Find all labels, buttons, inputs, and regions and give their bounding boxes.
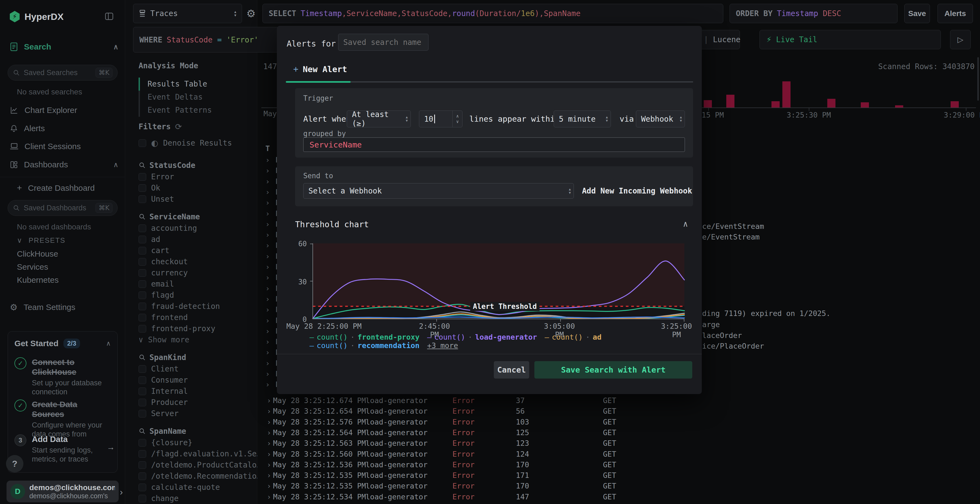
channel-select[interactable]: Webhook ▴▾ xyxy=(636,110,685,127)
filter-checkbox-item[interactable]: cart xyxy=(138,245,250,256)
legend-item[interactable]: —count()·ad xyxy=(545,333,601,341)
condition-select[interactable]: At least (≥) ▴▾ xyxy=(347,110,411,127)
row-expand-icon[interactable]: › xyxy=(267,459,271,470)
legend-item[interactable]: —count()·load-generator xyxy=(427,333,537,341)
webhook-select[interactable]: Select a Webhook ▴▾ xyxy=(303,183,574,199)
sidebar-item-chart-explorer[interactable]: Chart Explorer xyxy=(10,106,77,115)
presets-toggle[interactable]: ∨ PRESETS xyxy=(17,236,65,245)
chevron-up-icon[interactable]: ∧ xyxy=(106,340,111,347)
table-row[interactable]: ›May 28 3:25:12.536 PMload-generatorErro… xyxy=(257,459,980,470)
table-row[interactable]: ›May 28 3:25:12.576 PMload-generatorErro… xyxy=(257,417,980,427)
row-expand-icon[interactable]: › xyxy=(267,491,271,502)
get-started-step-2[interactable]: ✓ Create Data SourcesConfigure where you… xyxy=(14,399,111,439)
cell-timestamp: May 28 3:25:12.560 PM xyxy=(273,449,366,459)
filter-checkbox-item[interactable]: ad xyxy=(138,234,250,245)
sidebar-item-client-sessions[interactable]: Client Sessions xyxy=(10,142,81,151)
filter-checkbox-item[interactable]: Server xyxy=(138,408,250,419)
filter-checkbox-item[interactable]: /oteldemo.Recommendatio… xyxy=(138,471,250,482)
filter-checkbox-item[interactable]: {closure} xyxy=(138,437,250,448)
saved-dashboards-input[interactable]: Saved Dashboards ⌘K xyxy=(8,200,118,216)
filter-checkbox-item[interactable]: frontend xyxy=(138,312,250,323)
analysis-tab-event-patterns[interactable]: Event Patterns xyxy=(138,104,247,117)
filter-checkbox-item[interactable]: calculate-quote xyxy=(138,482,250,493)
legend-item[interactable]: —count()·recommendation xyxy=(310,341,420,350)
table-row[interactable]: ›May 28 3:25:12.674 PMload-generatorErro… xyxy=(257,395,980,406)
collapse-chart-icon[interactable]: ∧ xyxy=(683,219,688,229)
denoise-results-checkbox[interactable]: ◐ Denoise Results xyxy=(138,137,232,149)
row-expand-icon[interactable]: › xyxy=(267,406,271,417)
row-expand-icon: › xyxy=(266,156,270,164)
add-webhook-link[interactable]: Add New Incoming Webhook xyxy=(582,183,692,199)
condition-value: At least (≥) xyxy=(352,110,398,128)
row-expand-icon[interactable]: › xyxy=(267,438,271,448)
row-expand-icon[interactable]: › xyxy=(267,449,271,459)
grouped-by-input[interactable]: ServiceName xyxy=(303,137,685,152)
filter-checkbox-item[interactable]: currency xyxy=(138,267,250,278)
source-select[interactable]: Traces ▴▾ xyxy=(133,4,242,23)
checkbox xyxy=(138,399,146,406)
preset-clickhouse[interactable]: ClickHouse xyxy=(17,249,58,259)
legend-more-link[interactable]: +3 more xyxy=(427,341,458,350)
filter-item-label: cart xyxy=(151,246,169,255)
table-row[interactable]: ›May 28 3:25:12.535 PMload-generatorErro… xyxy=(257,480,980,491)
cancel-button[interactable]: Cancel xyxy=(494,361,529,378)
row-expand-icon[interactable]: › xyxy=(267,395,271,406)
filter-checkbox-item[interactable]: change xyxy=(138,493,250,504)
filter-checkbox-item[interactable]: accounting xyxy=(138,223,250,234)
create-dashboard-button[interactable]: + Create Dashboard xyxy=(17,183,95,193)
saved-search-name-input[interactable] xyxy=(338,34,428,51)
filter-item-label: fraud-detection xyxy=(151,302,220,311)
sidebar-item-alerts[interactable]: Alerts xyxy=(10,124,45,133)
filter-checkbox-item[interactable]: email xyxy=(138,278,250,289)
number-stepper[interactable]: ∧∨ xyxy=(452,111,462,127)
sidebar-item-dashboards[interactable]: Dashboards ∧ xyxy=(10,160,68,169)
filter-checkbox-item[interactable]: Unset xyxy=(138,194,250,205)
filter-checkbox-item[interactable]: /flagd.evaluation.v1.Se… xyxy=(138,448,250,459)
filter-checkbox-item[interactable]: /oteldemo.ProductCatalo… xyxy=(138,459,250,471)
get-started-step-1[interactable]: ✓ Connect to ClickHouseSet up your datab… xyxy=(14,357,111,396)
row-expand-icon[interactable]: › xyxy=(267,427,271,438)
row-expand-icon[interactable]: › xyxy=(267,480,271,491)
table-row[interactable]: ›May 28 3:25:12.534 PMload-generatorErro… xyxy=(257,491,980,502)
gear-icon[interactable]: ⚙ xyxy=(247,8,256,20)
filter-checkbox-item[interactable]: Ok xyxy=(138,182,250,194)
logo[interactable]: ⚡ HyperDX xyxy=(10,11,64,22)
row-expand-icon[interactable]: › xyxy=(267,470,271,480)
time-window-select[interactable]: 5 minute ▴▾ xyxy=(554,110,611,127)
filter-checkbox-item[interactable]: flagd xyxy=(138,289,250,301)
refresh-icon[interactable]: ⟳ xyxy=(175,122,182,132)
table-row[interactable]: ›May 28 3:25:12.535 PMload-generatorErro… xyxy=(257,470,980,480)
filter-checkbox-item[interactable]: Client xyxy=(138,363,250,374)
preset-kubernetes[interactable]: Kubernetes xyxy=(17,275,59,285)
table-row[interactable]: ›May 28 3:25:12.560 PMload-generatorErro… xyxy=(257,449,980,459)
save-search-with-alert-button[interactable]: Save Search with Alert xyxy=(535,361,692,378)
legend-item[interactable]: —count()·frontend-proxy xyxy=(310,333,420,341)
sidebar-collapse-icon[interactable] xyxy=(104,11,115,21)
filter-checkbox-item[interactable]: fraud-detection xyxy=(138,301,250,312)
get-started-step-3[interactable]: 3 Add DataStart sending logs, metrics, o… xyxy=(14,434,115,464)
filter-checkbox-item[interactable]: checkout xyxy=(138,256,250,267)
filter-checkbox-item[interactable]: frontend-proxy xyxy=(138,323,250,334)
filter-checkbox-item[interactable]: Error xyxy=(138,171,250,182)
show-more-button[interactable]: ∨Show more xyxy=(138,334,250,345)
chevron-right-icon[interactable]: › xyxy=(120,487,123,497)
tab-new-alert[interactable]: + New Alert xyxy=(293,64,347,74)
sidebar-item-team-settings[interactable]: ⚙ Team Settings xyxy=(10,302,75,312)
filter-checkbox-item[interactable]: Consumer xyxy=(138,374,250,386)
sidebar-item-search[interactable]: Search ∧ xyxy=(10,42,51,51)
filter-checkbox-item[interactable]: Producer xyxy=(138,397,250,408)
help-button[interactable]: ? xyxy=(6,455,24,472)
table-row[interactable]: ›May 28 3:25:12.564 PMload-generatorErro… xyxy=(257,427,980,438)
saved-searches-input[interactable]: Saved Searches ⌘K xyxy=(8,65,118,81)
table-row[interactable]: ›May 28 3:25:12.654 PMload-generatorErro… xyxy=(257,406,980,417)
legend-dash-icon: — xyxy=(427,333,431,341)
filter-checkbox-item[interactable]: Internal xyxy=(138,386,250,397)
preset-services[interactable]: Services xyxy=(17,262,48,272)
analysis-tab-event-deltas[interactable]: Event Deltas xyxy=(138,91,247,104)
threshold-value-input[interactable]: 10 ∧∨ xyxy=(419,110,463,127)
table-row[interactable]: ›May 28 3:25:12.563 PMload-generatorErro… xyxy=(257,438,980,448)
row-expand-icon[interactable]: › xyxy=(267,417,271,427)
scrollbar-thumb[interactable] xyxy=(977,57,979,101)
user-profile[interactable]: D demos@clickhouse.com demos@clickhouse.… xyxy=(6,480,119,502)
analysis-tab-results-table[interactable]: Results Table xyxy=(138,78,247,91)
